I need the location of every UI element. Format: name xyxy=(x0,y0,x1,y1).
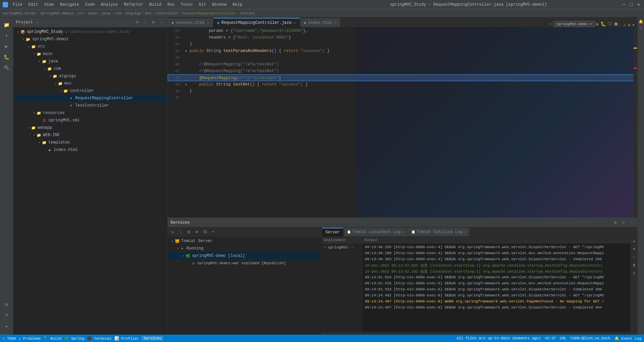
tree-item-main[interactable]: ▾ 📁 main xyxy=(13,50,167,58)
status-position[interactable]: 42:37 xyxy=(545,336,556,340)
tab-success[interactable]: ◈ success.html ✕ xyxy=(168,18,213,27)
run-stop-btn[interactable]: ⏹ xyxy=(613,21,618,27)
services-settings-icon[interactable]: ≡ xyxy=(620,219,627,226)
log-filter-btn[interactable]: ⊛ xyxy=(631,270,638,277)
menu-git[interactable]: Git xyxy=(196,2,209,8)
status-terminal[interactable]: ⬛ Terminal xyxy=(87,336,112,341)
tab-close-rmc[interactable]: ✕ xyxy=(293,21,296,25)
tab-requestmapping[interactable]: ◉ RequestMappingController.java ✕ xyxy=(213,18,300,27)
event-log-btn[interactable]: 🔔 Event Log xyxy=(614,336,641,341)
menu-window[interactable]: Window xyxy=(209,2,229,8)
tree-item-com[interactable]: ▾ 📁 com xyxy=(13,65,167,72)
breadcrumb-part[interactable]: springMVC_Study xyxy=(3,11,36,15)
breadcrumb-part[interactable]: java xyxy=(102,11,110,15)
tree-item-java[interactable]: ▾ 📁 java xyxy=(13,58,167,65)
run-debug-btn[interactable]: 🐛 xyxy=(600,21,606,27)
tree-item-root[interactable]: ▾ 📦 springMVC_Study D:\IDEA\projects\spr… xyxy=(13,28,167,36)
tree-item-demo1[interactable]: ▾ 📂 springMVC-demo1 xyxy=(13,36,167,43)
minimize-button[interactable]: ─ xyxy=(621,2,627,7)
tree-item-webapp[interactable]: ▾ 📁 webapp xyxy=(13,124,167,131)
menu-run[interactable]: Run xyxy=(165,2,177,8)
breadcrumb-part[interactable]: main xyxy=(89,11,97,15)
structure-icon[interactable]: ≡ xyxy=(2,310,11,320)
notifications-icon[interactable]: 🔔 xyxy=(638,19,644,24)
status-encoding[interactable]: CRL xyxy=(560,336,567,340)
log-horizontal-scrollbar[interactable] xyxy=(322,332,637,335)
tree-item-mvc[interactable]: ▾ 📁 mvc xyxy=(13,80,167,87)
services-expand-btn[interactable]: ↕ xyxy=(177,228,184,236)
sidebar-dropdown[interactable]: ▾ xyxy=(36,20,38,24)
git-icon[interactable]: ⚙ xyxy=(2,300,11,309)
log-wrap-btn[interactable]: ↩ xyxy=(631,253,638,261)
run-config-dropdown[interactable]: springMVC-demo ▾ xyxy=(553,21,595,27)
menu-analyze[interactable]: Analyze xyxy=(98,2,120,8)
log-output[interactable]: 09:13:48.295 [http-nio-8080-exec-4] DEBU… xyxy=(362,243,631,332)
tree-item-resources[interactable]: ▾ 📁 resources xyxy=(13,109,167,117)
log-scroll-top[interactable]: ▲ xyxy=(631,237,638,245)
sidebar-settings-btn[interactable]: ⚙ xyxy=(150,19,157,26)
tree-item-templates[interactable]: ▾ 📁 templates xyxy=(13,139,167,146)
sidebar-collapse-btn[interactable]: ↕ xyxy=(142,19,149,26)
plugin-icon[interactable]: 🔌 xyxy=(2,63,11,72)
tab-close-success[interactable]: ✕ xyxy=(207,20,209,25)
sidebar-close-btn[interactable]: − xyxy=(158,19,165,26)
close-button[interactable]: ✕ xyxy=(636,2,641,7)
log-tab-server[interactable]: Server xyxy=(322,228,343,236)
status-profiler[interactable]: 📊 Profiler xyxy=(114,336,139,341)
services-tree-demo[interactable]: ▾ 🌿 springMVC-demo [local] xyxy=(168,252,322,260)
menu-refactor[interactable]: Refactor xyxy=(121,2,146,8)
log-tab-catalina[interactable]: 📋 Tomcat Catalina Log ✕ xyxy=(408,228,470,236)
code-editor[interactable]: 33 params = {"username","password!=12345… xyxy=(168,27,637,218)
services-add-btn[interactable]: + xyxy=(209,228,217,236)
tab-index[interactable]: ◈ index.html ✕ xyxy=(300,18,341,27)
services-filter-btn[interactable]: ⊛ xyxy=(193,228,201,236)
services-tree-artifact[interactable]: ⚙ springMVC-demo1:war exploded [Republis… xyxy=(168,260,322,267)
menu-help[interactable]: Help xyxy=(230,2,245,8)
services-tree-running[interactable]: ▾ ▶ Running xyxy=(168,245,322,252)
services-refresh-btn[interactable]: ↻ xyxy=(169,228,176,236)
breadcrumb-part[interactable]: controller xyxy=(156,11,178,15)
log-tab-localhost[interactable]: 📋 Tomcat Localhost Log ✕ xyxy=(343,228,408,236)
menu-tools[interactable]: Tools xyxy=(178,2,196,8)
tree-item-controller[interactable]: ▾ 📁 controller xyxy=(13,87,167,95)
maximize-button[interactable]: □ xyxy=(629,2,634,7)
tab-close-catalina[interactable]: ✕ xyxy=(464,230,466,234)
services-tree-tomcat[interactable]: ▾ 🐱 Tomcat Server xyxy=(168,237,322,245)
run-build-btn[interactable]: ▶ xyxy=(596,21,599,27)
breadcrumb-part[interactable]: atguigu xyxy=(125,11,141,15)
debug-icon[interactable]: 🐛 xyxy=(2,52,11,62)
services-diff-btn[interactable]: ⧉ xyxy=(201,228,209,236)
breadcrumb-part[interactable]: com xyxy=(115,11,121,15)
tree-item-tc[interactable]: ● TestController xyxy=(13,102,167,109)
status-services[interactable]: Services xyxy=(142,336,163,341)
menu-build[interactable]: Build xyxy=(147,2,164,8)
tab-close-localhost[interactable]: ✕ xyxy=(402,230,404,234)
log-scroll-bottom[interactable]: ▼ xyxy=(631,245,638,253)
status-spring[interactable]: 🌿 Spring xyxy=(64,336,84,341)
status-build[interactable]: 🔨 Build xyxy=(44,336,62,341)
commit-icon[interactable]: ⬆ xyxy=(2,31,11,40)
status-todo[interactable]: ✓ TODO xyxy=(3,336,16,341)
run-coverage-btn[interactable]: 🛡 xyxy=(607,21,612,27)
vcs-icon[interactable]: ⛕ xyxy=(638,25,644,30)
tree-item-indexhtml[interactable]: ◈ index.html xyxy=(13,146,167,154)
tab-close-index[interactable]: ✕ xyxy=(334,20,337,25)
breadcrumb-method[interactable]: testAnt xyxy=(240,11,255,15)
menu-file[interactable]: File xyxy=(10,2,25,8)
tree-item-rmc[interactable]: ● RequestMappingController xyxy=(13,95,167,102)
status-problems[interactable]: ⚠ Problems xyxy=(19,336,41,341)
project-icon[interactable]: 📁 xyxy=(2,20,11,30)
run-dash-icon[interactable]: ▶ xyxy=(2,42,11,51)
menu-navigate[interactable]: Navigate xyxy=(57,2,82,8)
favorites-icon[interactable]: ★ xyxy=(2,321,11,331)
services-minimize-btn[interactable]: − xyxy=(628,219,635,226)
breadcrumb-controller[interactable]: RequestMappingController xyxy=(182,11,235,15)
tree-item-atguigu[interactable]: ▾ 📁 atguigu xyxy=(13,72,167,80)
breadcrumb-part[interactable]: springMVC-demo1 xyxy=(40,11,73,15)
tree-item-springmvcxml[interactable]: ☰ springMVC.xml xyxy=(13,117,167,124)
breadcrumb-part[interactable]: mvc xyxy=(145,11,152,15)
services-gear-icon[interactable]: ⚙ xyxy=(612,219,619,226)
deployment-item[interactable]: ✓ springMVC- → xyxy=(322,243,362,251)
services-group-btn[interactable]: ⊞ xyxy=(185,228,193,236)
tree-item-webinf[interactable]: ▾ 📁 WEB-INF xyxy=(13,131,167,139)
